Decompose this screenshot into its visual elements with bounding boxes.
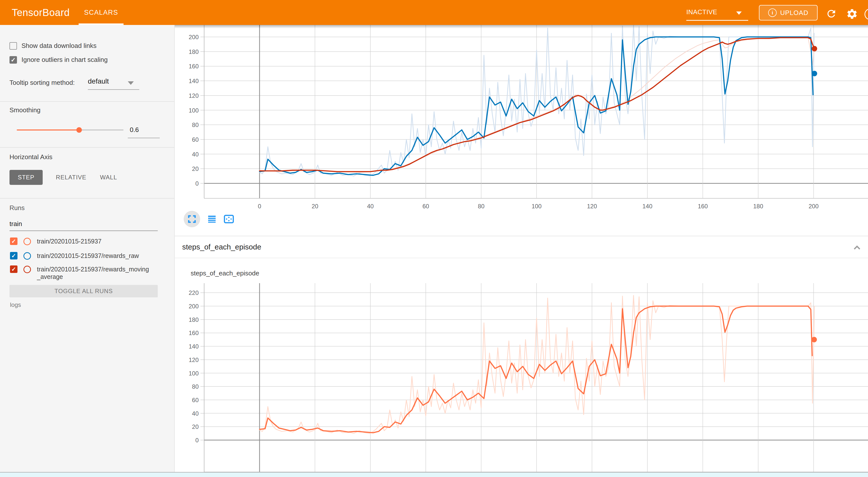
- svg-text:60: 60: [192, 397, 199, 404]
- refresh-icon[interactable]: [826, 8, 837, 21]
- smoothing-slider-track-filled[interactable]: [17, 129, 79, 130]
- tooltip-sorting-underline: [88, 89, 139, 90]
- app-header: TensorBoard SCALARS INACTIVE i UPLOAD: [0, 0, 868, 25]
- app-title: TensorBoard: [12, 0, 70, 25]
- runs-label: Runs: [9, 204, 25, 212]
- svg-text:80: 80: [192, 383, 199, 390]
- divider: [0, 198, 174, 199]
- run-label: train/20201015-215937/rewards_moving_ave…: [37, 265, 149, 280]
- svg-text:160: 160: [189, 63, 199, 70]
- svg-text:20: 20: [192, 165, 199, 172]
- status-dropdown-underline: [686, 20, 748, 21]
- svg-text:120: 120: [189, 92, 199, 99]
- svg-text:140: 140: [189, 343, 199, 350]
- section-steps-of-each-episode[interactable]: steps_of_each_episode: [175, 236, 868, 258]
- svg-text:200: 200: [809, 203, 818, 210]
- svg-text:0: 0: [195, 180, 199, 187]
- runs-filter-input[interactable]: train: [9, 220, 22, 228]
- chevron-up-icon[interactable]: [851, 242, 863, 254]
- section-title: steps_of_each_episode: [182, 243, 261, 251]
- help-icon[interactable]: [865, 8, 868, 20]
- fit-domain-button[interactable]: [224, 215, 234, 224]
- show-download-links-row: Show data download links: [9, 42, 97, 50]
- svg-text:60: 60: [423, 203, 429, 210]
- upload-button-label: UPLOAD: [780, 9, 808, 17]
- info-icon: i: [768, 8, 777, 17]
- svg-text:40: 40: [192, 151, 199, 158]
- svg-text:160: 160: [189, 329, 199, 336]
- chart-toolbar: [184, 211, 234, 227]
- run-row: ✓ train/20201015-215937/rewards_moving_a…: [10, 265, 149, 280]
- bottom-scroll-strip[interactable]: [0, 472, 868, 477]
- gear-icon[interactable]: [846, 8, 858, 21]
- run-label: train/20201015-215937/rewards_raw: [37, 252, 139, 260]
- svg-text:100: 100: [189, 107, 199, 114]
- svg-text:180: 180: [753, 203, 763, 210]
- scalars-dashboard: 0204060801001201401601802000204060801001…: [175, 25, 868, 477]
- run-label: train/20201015-215937: [37, 237, 101, 245]
- svg-text:20: 20: [192, 423, 199, 430]
- divider: [0, 147, 174, 148]
- svg-text:180: 180: [189, 316, 199, 323]
- settings-sidebar: Show data download links ✓ Ignore outlie…: [0, 25, 175, 477]
- rewards-line-chart[interactable]: 0204060801001201401601802000204060801001…: [175, 25, 868, 213]
- smoothing-slider-thumb[interactable]: [76, 127, 82, 133]
- show-download-links-label: Show data download links: [22, 42, 97, 50]
- svg-text:0: 0: [258, 203, 261, 210]
- show-download-links-checkbox[interactable]: [9, 42, 17, 50]
- svg-text:100: 100: [189, 370, 199, 377]
- tab-scalars[interactable]: SCALARS: [79, 0, 124, 25]
- lines-icon: [207, 215, 217, 224]
- axis-wall-button[interactable]: WALL: [95, 170, 122, 185]
- upload-button[interactable]: i UPLOAD: [759, 5, 817, 21]
- svg-text:120: 120: [587, 203, 597, 210]
- tooltip-sorting-select[interactable]: default: [88, 77, 109, 85]
- svg-text:200: 200: [189, 34, 199, 40]
- ignore-outliers-checkbox[interactable]: ✓: [9, 56, 17, 64]
- svg-text:180: 180: [189, 49, 199, 55]
- ignore-outliers-label: Ignore outliers in chart scaling: [22, 56, 107, 64]
- smoothing-value[interactable]: 0.6: [130, 126, 139, 134]
- tab-active-underline: [79, 24, 124, 25]
- svg-text:20: 20: [312, 203, 318, 210]
- run-checkbox[interactable]: ✓: [10, 237, 18, 245]
- ignore-outliers-row: ✓ Ignore outliers in chart scaling: [9, 56, 107, 64]
- fit-to-data-icon: [224, 215, 234, 224]
- axis-relative-button[interactable]: RELATIVE: [51, 170, 91, 185]
- run-color-swatch[interactable]: [24, 266, 31, 273]
- svg-text:0: 0: [195, 437, 199, 444]
- run-row: ✓ train/20201015-215937: [10, 237, 101, 245]
- log-scale-toggle-button[interactable]: [207, 215, 217, 224]
- status-dropdown[interactable]: INACTIVE: [686, 0, 749, 25]
- svg-text:60: 60: [192, 136, 199, 143]
- status-dropdown-value: INACTIVE: [686, 8, 717, 16]
- smoothing-label: Smoothing: [9, 106, 40, 114]
- svg-text:40: 40: [192, 410, 199, 417]
- svg-text:140: 140: [642, 203, 652, 210]
- smoothing-value-underline: [128, 138, 160, 138]
- svg-text:120: 120: [189, 356, 199, 363]
- tooltip-sorting-row: Tooltip sorting method:: [9, 79, 75, 87]
- chart-card-title: steps_of_each_episode: [191, 269, 259, 277]
- axis-step-button[interactable]: STEP: [9, 170, 43, 185]
- run-checkbox[interactable]: ✓: [10, 252, 18, 259]
- svg-text:100: 100: [532, 203, 541, 210]
- svg-text:140: 140: [189, 77, 199, 84]
- run-color-swatch[interactable]: [24, 238, 31, 245]
- svg-text:80: 80: [192, 122, 199, 128]
- expand-chart-button[interactable]: [184, 211, 200, 227]
- chevron-down-icon: [736, 11, 742, 15]
- fullscreen-icon: [187, 215, 196, 224]
- divider: [0, 101, 174, 102]
- run-color-swatch[interactable]: [24, 252, 31, 260]
- svg-text:220: 220: [189, 289, 199, 296]
- steps-line-chart[interactable]: 020406080100120140160180200220: [175, 283, 868, 472]
- logs-label: logs: [10, 301, 21, 308]
- svg-text:160: 160: [698, 203, 708, 210]
- run-checkbox[interactable]: ✓: [10, 265, 18, 273]
- toggle-all-runs-button[interactable]: TOGGLE ALL RUNS: [9, 285, 158, 297]
- horizontal-axis-label: Horizontal Axis: [9, 153, 53, 161]
- smoothing-slider-track[interactable]: [79, 129, 124, 130]
- svg-text:200: 200: [189, 303, 199, 310]
- svg-text:80: 80: [478, 203, 485, 210]
